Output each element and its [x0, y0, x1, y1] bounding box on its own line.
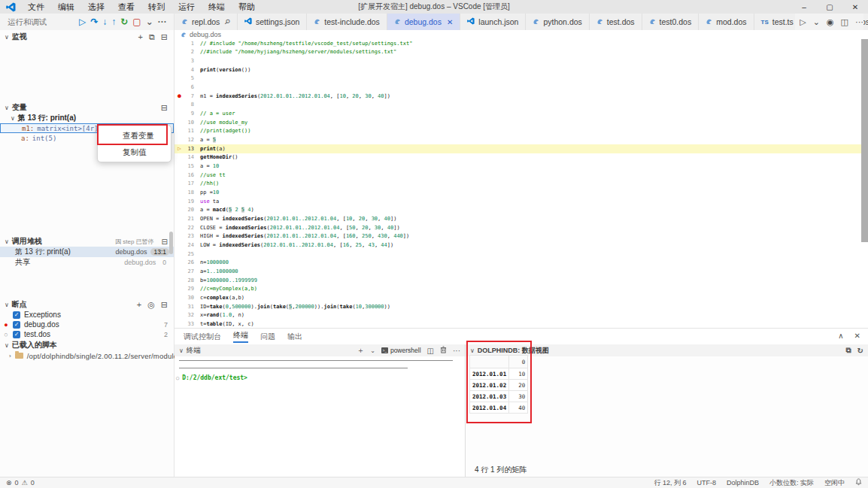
step-over-icon[interactable]: ↷ [90, 14, 98, 29]
add-breakpoint-icon[interactable]: + [137, 300, 141, 310]
split-editor-icon[interactable]: ◫ [841, 17, 848, 27]
tab-debug.dos[interactable]: debug.dos✕ [387, 14, 460, 30]
tab-test.dos[interactable]: test.dos [590, 14, 642, 30]
tab-test.ts[interactable]: TStest.ts [754, 14, 801, 30]
maximize-panel-icon[interactable]: ∧ [838, 332, 843, 340]
more-icon[interactable]: ··· [855, 17, 863, 26]
call-stack-header[interactable]: ∨ 调用堆栈 因 step 已暂停 ⊟ [0, 236, 174, 247]
more-icon[interactable]: ··· [158, 14, 167, 29]
shell-chip[interactable]: >_ powershell [381, 347, 421, 354]
tab-repl.dos[interactable]: repl.dos⚲ [175, 14, 238, 30]
run-icon[interactable]: ▷ [800, 17, 806, 27]
tab-mod.dos[interactable]: mod.dos [699, 14, 754, 30]
collapse-section-icon[interactable]: ⊟ [161, 32, 168, 42]
toggle-breakpoints-icon[interactable]: ◎ [147, 300, 155, 310]
code-line-28: 28b=1000000..1999999 [175, 276, 868, 285]
breadcrumb[interactable]: debug.dos [175, 30, 868, 39]
panel-tab-问题[interactable]: 问题 [260, 332, 275, 342]
stop-icon[interactable]: ▢ [132, 14, 141, 29]
code-line-4: 4print(version()) [175, 65, 868, 74]
code-editor[interactable]: debug.dos 1// #include "/home/hszheng/te… [175, 30, 868, 328]
refresh-icon[interactable]: ↻ [857, 347, 863, 355]
close-button[interactable]: ✕ [842, 3, 868, 11]
variables-header[interactable]: ∨ 变量 ⊟ [0, 102, 174, 113]
menu-编辑[interactable]: 编辑 [51, 0, 81, 14]
close-panel-icon[interactable]: ✕ [854, 332, 860, 340]
sidebar-scrollbar[interactable] [169, 232, 173, 254]
code-text: use ta [194, 199, 219, 205]
step-into-icon[interactable]: ↓ [102, 14, 107, 29]
maximize-button[interactable]: ▢ [817, 3, 842, 11]
decimal-places[interactable]: 小数位数: 实际 [769, 478, 814, 488]
open-preview-icon[interactable]: ◉ [827, 17, 834, 27]
value-cell: 40 [509, 402, 528, 414]
menu-终端[interactable]: 终端 [202, 0, 232, 14]
loaded-scripts-header[interactable]: ∨ 已载入的脚本 [0, 340, 174, 350]
loaded-script-item[interactable]: › /opt/dolphindb/single/2.00.11.2/server… [0, 350, 174, 361]
status-bar-right: 行 12, 列 6UTF-8DolphinDB小数位数: 实际空闲中 [654, 478, 862, 488]
tab-test-include.dos[interactable]: test-include.dos [307, 14, 387, 30]
collapse-all-icon[interactable]: ⧉ [149, 32, 155, 42]
encoding[interactable]: UTF-8 [697, 479, 716, 486]
export-icon[interactable]: ⧉ [845, 346, 851, 355]
context-menu-item-复制值[interactable]: 复制值 [98, 144, 171, 160]
breakpoint-row[interactable]: ○✓test.dos2 [0, 329, 174, 339]
menu-文件[interactable]: 文件 [21, 0, 51, 14]
new-terminal-icon[interactable]: ＋ [357, 345, 364, 356]
watch-header[interactable]: ∨ 监视 +⧉⊟ [0, 32, 174, 42]
checkbox-checked-icon[interactable]: ✓ [13, 321, 20, 329]
restart-icon[interactable]: ↻ [120, 14, 128, 29]
stack-frame-row[interactable]: 共享debug.dos0 [0, 257, 174, 268]
tab-python.dos[interactable]: python.dos [526, 14, 589, 30]
breakpoint-row[interactable]: ●✓debug.dos7 [0, 320, 174, 329]
split-terminal-icon[interactable]: ◫ [427, 347, 434, 355]
problems-summary[interactable]: ⊗ 0 ⚠ 0 [6, 479, 35, 486]
add-watch-icon[interactable]: + [138, 32, 142, 42]
close-tab-icon[interactable]: ✕ [447, 18, 453, 26]
chevron-down-icon[interactable]: ⌄ [146, 14, 153, 29]
stack-frame-row[interactable]: 第 13 行: print(a)debug.dos13:1 [0, 247, 174, 257]
breakpoint-icon[interactable]: ● [175, 92, 184, 99]
collapse-all-icon[interactable]: ⊟ [161, 103, 168, 113]
tab-launch.json[interactable]: launch.json [460, 14, 526, 30]
collapse-all-icon[interactable]: ⊟ [162, 238, 168, 246]
menu-转到[interactable]: 转到 [141, 0, 171, 14]
panel-tab-终端[interactable]: 终端 [233, 330, 248, 343]
debug-step-arrow-icon[interactable]: ▷ [175, 145, 184, 152]
menu-查看[interactable]: 查看 [111, 0, 141, 14]
language-mode[interactable]: DolphinDB [727, 479, 759, 486]
breakpoint-row[interactable]: ✓Exceptions [0, 310, 174, 320]
checkbox-checked-icon[interactable]: ✓ [13, 331, 20, 338]
frame-file: debug.dos [124, 259, 156, 266]
tab-settings.json[interactable]: settings.json [238, 14, 307, 30]
continue-icon[interactable]: ▷ [79, 14, 86, 29]
terminal-section-header[interactable]: ∨ 终端 ＋ ⌄ >_ powershell ◫ ··· [175, 344, 465, 356]
menu-运行[interactable]: 运行 [171, 0, 202, 14]
terminal-output[interactable]: ○ D:/2/ddb/ext/test> [175, 356, 465, 477]
chevron-down-icon[interactable]: ⌄ [813, 17, 820, 27]
more-icon[interactable]: ··· [453, 347, 460, 355]
pin-icon[interactable]: ⚲ [223, 17, 232, 26]
value-cell: 30 [509, 391, 528, 402]
checkbox-checked-icon[interactable]: ✓ [13, 311, 20, 319]
menu-帮助[interactable]: 帮助 [232, 0, 262, 14]
context-menu-item-查看变量[interactable]: 查看变量 [98, 127, 171, 144]
panel-tab-输出[interactable]: 输出 [287, 332, 302, 342]
panel-tab-调试控制台[interactable]: 调试控制台 [184, 332, 221, 342]
variables-scope[interactable]: ∨ 第 13 行: print(a) [0, 113, 174, 123]
code-area[interactable]: 1// #include "/home/hszheng/testfile/vsc… [175, 39, 868, 328]
chevron-down-icon[interactable]: ⌄ [370, 347, 375, 354]
menu-选择[interactable]: 选择 [81, 0, 111, 14]
watch-label: 监视 [12, 32, 27, 42]
minimize-button[interactable]: – [791, 3, 817, 11]
editor-scrollbar[interactable] [861, 39, 868, 242]
tab-test0.dos[interactable]: test0.dos [642, 14, 700, 30]
kill-terminal-icon[interactable] [440, 346, 447, 355]
remove-all-breakpoints-icon[interactable]: ⊟ [161, 300, 168, 310]
step-out-icon[interactable]: ↑ [111, 14, 116, 29]
command-decoration-icon[interactable]: ○ [176, 375, 179, 381]
idle-status[interactable]: 空闲中 [824, 478, 845, 488]
cursor-position[interactable]: 行 12, 列 6 [654, 478, 686, 488]
bell-icon[interactable] [855, 478, 862, 487]
breakpoints-header[interactable]: ∨ 断点 +◎⊟ [0, 299, 174, 310]
